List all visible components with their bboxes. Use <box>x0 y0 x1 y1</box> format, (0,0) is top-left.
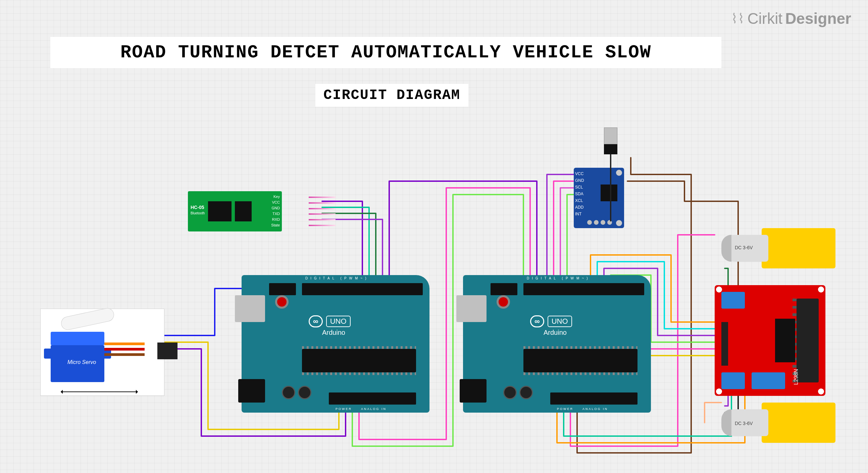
usb-plug-body <box>604 144 617 154</box>
arduino2-power-analog-header <box>550 392 638 405</box>
arduino1-power-analog-header <box>329 392 416 405</box>
watermark-logo: ⌇⌇ Cirkit Designer <box>731 9 851 28</box>
arduino2-brand: Arduino <box>544 329 567 337</box>
servo-label: Micro Servo <box>67 359 96 365</box>
hc05-board: HC-05 Bluetooth Key VCC GND TXD RXD Stat… <box>188 191 282 231</box>
hc05-chip2 <box>235 201 252 221</box>
hc05-pin-header <box>309 195 339 228</box>
arduino2-atmega-chip <box>523 349 638 372</box>
arduino2-model: UNO <box>548 316 572 327</box>
arduino2-usb-port <box>456 295 487 322</box>
arduino1-logo: ∞ UNO <box>309 315 351 327</box>
motor-label: DC 3-6V <box>735 245 753 250</box>
mpu-mount-hole <box>616 220 622 226</box>
arduino2-reset-button <box>497 295 510 309</box>
l298n-name: L298N <box>793 369 799 385</box>
arduino-uno-2: DIGITAL (PWM~) POWER ANALOG IN ∞ UNO Ard… <box>463 275 651 413</box>
hc05-pin-labels: Key VCC GND TXD RXD State <box>271 194 280 228</box>
wire-mpu-gnd <box>554 181 574 288</box>
wire-motorB-3 <box>705 403 721 423</box>
motor-endcap <box>721 235 732 262</box>
arduino1-reset-button <box>275 295 288 309</box>
mpu-chip <box>600 185 617 201</box>
wire-a1-b3 <box>389 181 537 288</box>
arduino1-icsp-header <box>269 283 296 295</box>
hc05-chip1 <box>208 201 231 221</box>
arduino1-digital-header <box>302 283 423 295</box>
dc-gear-motor-bottom: DC 3-6V <box>721 403 835 443</box>
usb-cable <box>610 154 611 221</box>
motor-endcap <box>721 409 732 436</box>
arduino2-capacitors <box>503 386 533 399</box>
mpu-mount-hole <box>616 170 622 176</box>
dc-gear-motor-top: DC 3-6V <box>721 228 835 269</box>
arduino1-model: UNO <box>326 316 351 327</box>
usb-metal-tip <box>604 127 617 144</box>
l298n-out-b-terminal <box>721 372 745 389</box>
watermark-brand: Cirkit <box>747 9 782 28</box>
wire-mpu-scl <box>560 188 574 288</box>
l298n-ic <box>775 319 795 362</box>
mpu6050-gyro-module: VCC GND SCL SDA XCL ADD INT <box>574 168 624 228</box>
motor-label: DC 3-6V <box>735 421 753 426</box>
arduino1-power-jack <box>238 379 265 403</box>
hc05-name: HC-05 Bluetooth <box>191 204 205 215</box>
arduino2-logo: ∞ UNO <box>530 315 572 327</box>
usb-cable-plug <box>604 127 617 154</box>
arduino-uno-1: DIGITAL (PWM~) POWER ANALOG IN ∞ UNO Ard… <box>242 275 430 413</box>
wire-mpu-vcc <box>547 175 574 288</box>
arduino1-atmega-chip <box>302 349 416 372</box>
mpu-pin-labels: VCC GND SCL SDA XCL ADD INT <box>575 170 584 217</box>
l298n-out-a-terminal <box>721 292 745 309</box>
diagram-title: ROAD TURNING DETCET AUTOMATICALLY VEHICL… <box>50 37 721 68</box>
cirkit-icon: ⌇⌇ <box>731 11 745 26</box>
arduino1-logo-icon: ∞ <box>309 315 323 327</box>
arduino1-digital-label: DIGITAL (PWM~) <box>305 276 369 280</box>
arduino1-capacitors <box>282 386 311 399</box>
servo-range-arrow <box>61 391 138 392</box>
motor-gearbox <box>762 403 835 443</box>
servo-top <box>51 332 104 345</box>
hc05-bluetooth-module: HC-05 Bluetooth Key VCC GND TXD RXD Stat… <box>188 191 309 238</box>
arduino1-bottom-label: POWER ANALOG IN <box>336 407 386 411</box>
diagram-subtitle: CIRCUIT DIAGRAM <box>315 84 468 107</box>
servo-arm <box>60 307 116 331</box>
servo-wires <box>104 343 145 359</box>
servo-motor: Micro Servo <box>40 309 164 396</box>
motor-gearbox <box>762 228 835 269</box>
arduino1-brand: Arduino <box>322 329 345 337</box>
wire-mpu-sda <box>567 195 574 288</box>
l298n-motor-driver: L298N <box>715 285 826 396</box>
servo-body: Micro Servo <box>51 345 104 382</box>
arduino2-digital-label: DIGITAL (PWM~) <box>527 276 591 280</box>
mpu-solder-pads <box>587 220 612 225</box>
l298n-control-header <box>721 322 728 366</box>
arduino2-icsp-header <box>491 283 517 295</box>
l298n-heatsink <box>797 298 819 382</box>
l298n-power-terminal <box>751 372 785 389</box>
arduino2-bottom-label: POWER ANALOG IN <box>557 407 608 411</box>
servo-connector <box>157 343 178 359</box>
watermark-product: Designer <box>785 9 851 28</box>
arduino1-usb-port <box>235 295 265 322</box>
arduino2-logo-icon: ∞ <box>530 315 544 327</box>
arduino2-digital-header <box>523 283 644 295</box>
arduino2-power-jack <box>460 379 487 403</box>
